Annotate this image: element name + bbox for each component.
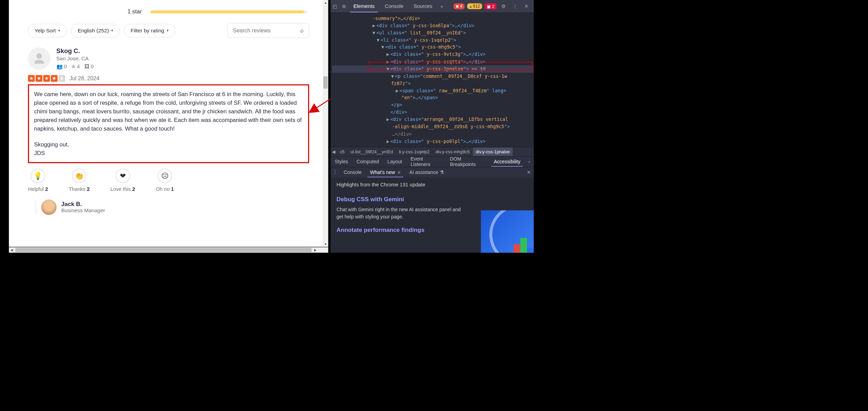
flask-icon: ⚗: [440, 169, 444, 175]
more-tabs-icon[interactable]: »: [437, 2, 446, 11]
scroll-down-arrow-icon[interactable]: ▼: [323, 241, 328, 247]
filter-rating-label: Filter by rating: [130, 28, 164, 34]
helpful-button[interactable]: 💡: [31, 168, 45, 183]
owner-name[interactable]: Jack B.: [61, 201, 105, 207]
kebab-menu-icon[interactable]: ⋮: [331, 168, 339, 177]
person-icon: [33, 52, 46, 65]
vertical-scrollbar[interactable]: ▲ ▼: [323, 0, 328, 247]
review-paragraph-2: Skogging out, JDS: [34, 140, 303, 157]
search-icon[interactable]: ⌕: [300, 27, 304, 34]
scroll-left-arrow-icon[interactable]: ◀: [9, 247, 14, 253]
star-filled-icon: ★: [51, 75, 58, 82]
star-filled-icon: ★: [35, 75, 42, 82]
drawer-tab-whatsnew[interactable]: What's new ✕: [366, 167, 405, 177]
star-empty-icon: ★: [59, 75, 65, 82]
tab-layout[interactable]: Layout: [383, 157, 406, 167]
review-actions: 💡 Helpful 2 👏 Thanks 2 ❤ Love this 2 ☹ O…: [28, 168, 309, 192]
warnings-badge[interactable]: 612: [467, 3, 482, 9]
star-icon: ✮: [71, 64, 75, 70]
whatsnew-paragraph-1: Chat with Gemini right in the new AI ass…: [336, 206, 468, 220]
review-paragraph-1: We came here, down on our luck, roaming …: [34, 90, 303, 133]
devtools-panel: ◰ ⧉ Elements Console Sources » ✖ 4 612 ▣…: [331, 0, 534, 253]
drawer-tabbar: ⋮ Console What's new ✕ AI assistance ⚗ ✕: [331, 167, 534, 177]
scroll-up-arrow-icon[interactable]: ▲: [323, 0, 328, 6]
inspect-element-icon[interactable]: ◰: [331, 2, 339, 11]
kebab-menu-icon[interactable]: ⋮: [511, 2, 520, 11]
breadcrumb-left-arrow-icon[interactable]: ◀: [331, 149, 337, 154]
tab-dom-breakpoints[interactable]: DOM Breakpoints: [446, 154, 489, 170]
chevron-right-icon[interactable]: ›: [525, 159, 534, 165]
close-icon[interactable]: ✕: [527, 169, 531, 175]
rating-bar-fill: [150, 10, 304, 13]
tab-accessibility[interactable]: Accessibility: [490, 157, 525, 167]
owner-reply: Jack B. Business Manager: [35, 199, 309, 215]
close-icon[interactable]: ✕: [396, 170, 401, 175]
whatsnew-headline: Highlights from the Chrome 131 update: [336, 182, 528, 187]
device-toggle-icon[interactable]: ⧉: [339, 2, 348, 11]
dom-node[interactable]: -summary">…</div>: [373, 16, 420, 21]
review-text-highlighted: We came here, down on our luck, roaming …: [28, 84, 309, 163]
tab-elements[interactable]: Elements: [348, 0, 380, 12]
whatsnew-illustration: [481, 210, 534, 253]
dom-tree[interactable]: -summary">…</div> ▶<div class=" y-css-1o…: [331, 13, 534, 147]
camera-icon: 🖼: [84, 64, 90, 70]
star-rating: ★ ★ ★ ★ ★: [28, 75, 65, 82]
chevron-down-icon: ▾: [111, 28, 113, 33]
issues-badge[interactable]: ▣ 2: [485, 3, 496, 9]
clap-icon: 👏: [75, 172, 84, 180]
horizontal-scrollbar[interactable]: ◀ ▶: [9, 247, 328, 253]
breadcrumb-item[interactable]: ul.list__09f24__ynIEd: [347, 147, 396, 156]
whatsnew-heading-1[interactable]: Debug CSS with Gemini: [336, 196, 528, 203]
rating-1star-label: 1 star: [127, 9, 142, 15]
errors-badge[interactable]: ✖ 4: [453, 3, 464, 9]
user-stats: 👥0 ✮4 🖼0: [56, 64, 94, 70]
gear-icon[interactable]: ⚙: [499, 2, 508, 11]
owner-avatar[interactable]: [41, 199, 56, 215]
scroll-thumb[interactable]: [15, 248, 312, 252]
lightbulb-icon: 💡: [33, 172, 42, 180]
chevron-down-icon: ▾: [167, 28, 169, 33]
love-button[interactable]: ❤: [116, 168, 130, 183]
ohno-label: Oh no 1: [156, 186, 174, 192]
close-icon[interactable]: ✕: [522, 2, 531, 11]
rating-distribution-row: 1 star: [28, 9, 309, 15]
user-name[interactable]: Skog C.: [56, 48, 94, 55]
language-dropdown[interactable]: English (252) ▾: [71, 24, 120, 37]
owner-role: Business Manager: [61, 207, 105, 214]
friends-stat: 👥0: [56, 64, 67, 70]
rating-bar: [150, 10, 307, 13]
sadface-icon: ☹: [161, 172, 169, 180]
filter-rating-dropdown[interactable]: Filter by rating ▾: [124, 24, 175, 37]
sort-dropdown[interactable]: Yelp Sort ▾: [28, 24, 67, 37]
avatar[interactable]: [28, 48, 50, 70]
scroll-thumb[interactable]: [323, 76, 327, 89]
tab-sources[interactable]: Sources: [408, 0, 437, 12]
ohno-button[interactable]: ☹: [158, 168, 172, 183]
thanks-label: Thanks 2: [69, 186, 90, 192]
user-location: San Jose, CA: [56, 55, 94, 62]
selected-dom-node[interactable]: ▼<div class=" y-css-1pnalxe"> == $0: [332, 65, 534, 73]
search-input[interactable]: [233, 27, 297, 34]
friends-icon: 👥: [56, 64, 63, 70]
review-date: Jul 28, 2024: [70, 75, 100, 82]
scroll-right-arrow-icon[interactable]: ▶: [313, 247, 318, 253]
thanks-button[interactable]: 👏: [72, 168, 86, 183]
sort-label: Yelp Sort: [34, 28, 56, 34]
helpful-label: Helpful 2: [28, 186, 48, 192]
devtools-tabbar: ◰ ⧉ Elements Console Sources » ✖ 4 612 ▣…: [331, 0, 534, 13]
heart-icon: ❤: [120, 172, 126, 180]
tab-computed[interactable]: Computed: [352, 157, 383, 167]
photos-stat: 🖼0: [84, 64, 94, 70]
star-filled-icon: ★: [43, 75, 50, 82]
search-reviews[interactable]: ⌕: [228, 23, 309, 38]
breadcrumb-item[interactable]: c5: [337, 147, 347, 156]
tab-console[interactable]: Console: [380, 0, 409, 12]
reviews-stat: ✮4: [71, 64, 80, 70]
drawer-tab-console[interactable]: Console: [339, 167, 366, 177]
styles-tabbar: Styles Computed Layout Event Listeners D…: [331, 156, 534, 167]
chevron-down-icon: ▾: [58, 28, 60, 33]
language-label: English (252): [77, 28, 109, 34]
drawer-tab-ai[interactable]: AI assistance ⚗: [405, 167, 448, 177]
tab-styles[interactable]: Styles: [331, 157, 352, 167]
review-user: Skog C. San Jose, CA 👥0 ✮4 🖼0: [28, 48, 309, 70]
